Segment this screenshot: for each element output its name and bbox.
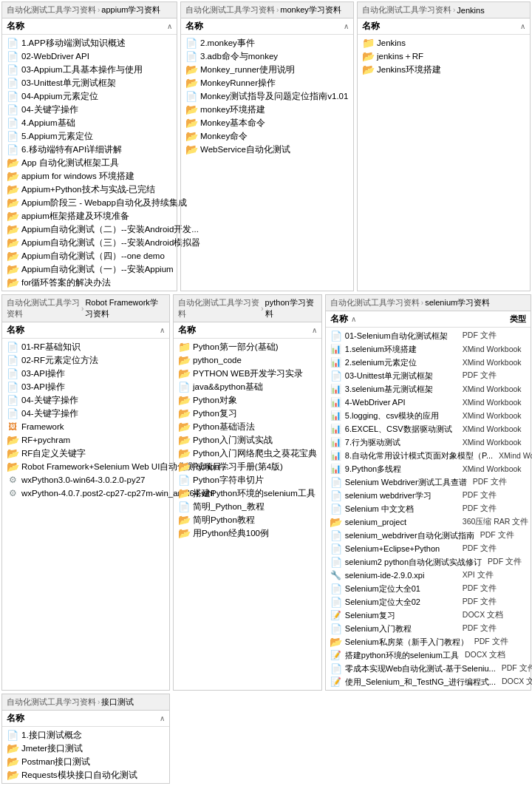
list-item[interactable]: 📂Appium自动化测试（三）--安装Android模拟器 xyxy=(2,236,177,249)
sort-icon[interactable]: ∧ xyxy=(351,315,356,323)
list-item[interactable]: 📄Selenium定位大全01PDF 文件 xyxy=(326,582,531,595)
list-item[interactable]: 📂Jenkins环境搭建 xyxy=(358,63,530,76)
list-item[interactable]: 📂Python基础语法 xyxy=(174,420,321,433)
list-item[interactable]: 📂用Python经典100例 xyxy=(174,526,321,540)
list-item[interactable]: 📄03-API操作 xyxy=(2,380,169,393)
sort-icon[interactable]: ∧ xyxy=(160,326,165,334)
list-item[interactable]: 📄java&&python基础 xyxy=(174,380,321,393)
list-item[interactable]: 📝Selenium复习DOCX 文档 xyxy=(326,609,531,622)
list-item[interactable]: 📄Selenium入门教程PDF 文件 xyxy=(326,622,531,635)
list-item[interactable]: 📂appium for windows 环境搭建 xyxy=(2,169,177,183)
list-item[interactable]: 📂Postman接口测试 xyxy=(2,755,169,768)
list-item[interactable]: 📂RF自定义关键字 xyxy=(2,447,169,460)
list-item[interactable]: 📂Python学习手册(第4版) xyxy=(174,460,321,473)
list-item[interactable]: 📊2.selenium元素定位XMind Workbook xyxy=(326,356,531,369)
list-item[interactable]: 📄selenium webdriver学习PDF 文件 xyxy=(326,489,531,502)
sort-icon[interactable]: ∧ xyxy=(312,326,317,334)
col-label: 名称 xyxy=(330,313,348,325)
list-item[interactable]: 📂Monkey基本命令 xyxy=(181,116,353,129)
list-item[interactable]: 🔧selenium-ide-2.9.0.xpiXPI 文件 xyxy=(326,569,531,582)
list-item[interactable]: 📊6.EXCEL、CSV数据驱动测试XMind Workbook xyxy=(326,422,531,436)
list-item[interactable]: ⚙wxPython3.0-win64-3.0.2.0-py27 xyxy=(2,473,169,487)
list-item[interactable]: 📄03-Unittest单元测试框架PDF 文件 xyxy=(326,369,531,382)
list-item[interactable]: 📁Python第一部分(基础) xyxy=(174,340,321,353)
list-item[interactable]: 📄selenium2 python自动化测试实战修订PDF 文件 xyxy=(326,555,531,569)
list-item[interactable]: 📁Jenkins xyxy=(358,36,530,50)
sort-icon[interactable]: ∧ xyxy=(167,22,172,30)
list-item[interactable]: 📂jenkins＋RF xyxy=(358,50,530,63)
list-item[interactable]: 📄1.接口测试概念 xyxy=(2,728,169,742)
sort-icon[interactable]: ∧ xyxy=(520,22,525,30)
list-item[interactable]: 📄03-API操作 xyxy=(2,367,169,380)
list-item[interactable]: 📊8.自动化常用设计模式页面对象模型（P...XMind Workbook xyxy=(326,449,531,462)
list-item[interactable]: 📊4-WebDriver APIXMind Workbook xyxy=(326,396,531,409)
list-item[interactable]: 📄零成本实现Web自动化测试-基于Seleniu...PDF 文件 xyxy=(326,662,531,675)
list-item[interactable]: 📊1.selenium环境搭建XMind Workbook xyxy=(326,342,531,356)
list-item[interactable]: 📂搭建Python环境的selenium工具 xyxy=(174,487,321,500)
list-item[interactable]: 📄6.移动端特有API详细讲解 xyxy=(2,143,177,156)
list-item[interactable]: 📂for循环答案的解决办法 xyxy=(2,276,177,289)
list-item[interactable]: 📂MonkeyRunner操作 xyxy=(181,76,353,89)
list-item[interactable]: 📂Appium阶段三 - Webapp自动化及持续集成 xyxy=(2,196,177,209)
list-item[interactable]: 📂RF+pychram xyxy=(2,433,169,447)
list-item[interactable]: 📂Python入门网络爬虫之葵花宝典 xyxy=(174,447,321,460)
list-item[interactable]: 📄01-RF基础知识 xyxy=(2,340,169,353)
list-item[interactable]: 📂Monkey命令 xyxy=(181,129,353,143)
list-item[interactable]: 📂Python对象 xyxy=(174,393,321,407)
list-item[interactable]: 📄Selenium 中文文档PDF 文件 xyxy=(326,502,531,515)
list-item[interactable]: 📄Selenium Webdriver测试工具查谱PDF 文件 xyxy=(326,475,531,489)
folder-icon: 📂 xyxy=(7,263,18,275)
sort-icon[interactable]: ∧ xyxy=(344,22,349,30)
list-item[interactable]: 📊3.selenium基元测试框架XMind Workbook xyxy=(326,382,531,396)
list-item[interactable]: 📄02-RF元素定位方法 xyxy=(2,353,169,367)
sort-icon[interactable]: ∧ xyxy=(160,714,165,722)
list-item[interactable]: 📂selenium_project360压缩 RAR 文件 xyxy=(326,515,531,529)
list-item[interactable]: 📄01-Selenium自动化测试框架PDF 文件 xyxy=(326,329,531,342)
list-item[interactable]: 📂Selenium私房菜（新手入门教程）PDF 文件 xyxy=(326,635,531,648)
list-item[interactable]: 📄Selenium+Eclipse+PythonPDF 文件 xyxy=(326,542,531,555)
list-item[interactable]: 📝搭建python环境的selenium工具DOCX 文档 xyxy=(326,648,531,662)
list-item[interactable]: 📄5.Appium元素定位 xyxy=(2,129,177,143)
list-item[interactable]: 📄简明_Python_教程 xyxy=(174,500,321,513)
list-item[interactable]: 📄Python字符串切片 xyxy=(174,473,321,487)
list-item[interactable]: 📄04-关键字操作 xyxy=(2,393,169,407)
list-item[interactable]: 📂Robot Framework+Selenium Web UI自动化测试项目.… xyxy=(2,460,169,473)
list-item[interactable]: 📄04-关键字操作 xyxy=(2,103,177,116)
list-item[interactable]: 📄1.APP移动端测试知识概述 xyxy=(2,36,177,50)
list-item[interactable]: 📄2.monkey事件 xyxy=(181,36,353,50)
list-item[interactable]: 📂appium框架搭建及环境准备 xyxy=(2,209,177,223)
list-item[interactable]: 📊5.logging、csv模块的应用XMind Workbook xyxy=(326,409,531,422)
list-item[interactable]: 📂PYTHON WEB开发学习实录 xyxy=(174,367,321,380)
list-item[interactable]: 📂Appium自动化测试（二）--安装Android开发... xyxy=(2,223,177,236)
list-item[interactable]: 📂python_code xyxy=(174,353,321,367)
list-item[interactable]: 📂Appium自动化测试（四）--one demo xyxy=(2,249,177,262)
list-item[interactable]: 📊7.行为驱动测试XMind Workbook xyxy=(326,436,531,449)
list-item[interactable]: 📄03-Appium工具基本操作与使用 xyxy=(2,63,177,76)
list-item[interactable]: 📄04-关键字操作 xyxy=(2,407,169,420)
list-item[interactable]: 📄4.Appium基础 xyxy=(2,116,177,129)
folder-icon: 📂 xyxy=(178,461,190,472)
list-item[interactable]: 📂简明Python教程 xyxy=(174,513,321,526)
list-item[interactable]: 📄04-Appium元素定位 xyxy=(2,89,177,103)
list-item[interactable]: 📝使用_Selenium_和_TestNG_进行编程式...DOCX 文档 xyxy=(326,675,531,688)
list-item[interactable]: 📄selenium_webdriver自动化测试指南PDF 文件 xyxy=(326,529,531,542)
list-item[interactable]: 📄Selenium定位大全02PDF 文件 xyxy=(326,595,531,609)
list-item[interactable]: 📄02-WebDriver API xyxy=(2,50,177,63)
list-item[interactable]: 📂Appium自动化测试（一）--安装Appium xyxy=(2,262,177,276)
list-item[interactable]: 📂App 自动化测试框架工具 xyxy=(2,156,177,169)
list-item[interactable]: 📂Requests模块接口自动化测试 xyxy=(2,768,169,782)
folder-icon: 📂 xyxy=(7,157,18,169)
list-item[interactable]: 📄03-Unittest单元测试框架 xyxy=(2,76,177,89)
list-item[interactable]: 📂Python入门测试实战 xyxy=(174,433,321,447)
list-item[interactable]: 📂WebService自动化测试 xyxy=(181,143,353,156)
list-item[interactable]: 📂Appium+Python技术与实战-已完结 xyxy=(2,183,177,196)
list-item[interactable]: 📊9.Python多线程XMind Workbook xyxy=(326,462,531,475)
list-item[interactable]: 📄Monkey测试指导及问题定位指南v1.01 xyxy=(181,89,353,103)
list-item[interactable]: 📄3.adb命令与monkey xyxy=(181,50,353,63)
list-item[interactable]: 🖼Framework xyxy=(2,420,169,433)
list-item[interactable]: ⚙wxPython-4.0.7.post2-cp27-cp27m-win_amd… xyxy=(2,487,169,500)
list-item[interactable]: 📂monkey环境搭建 xyxy=(181,103,353,116)
list-item[interactable]: 📂Jmeter接口测试 xyxy=(2,742,169,755)
list-item[interactable]: 📂Python复习 xyxy=(174,407,321,420)
list-item[interactable]: 📂Monkey_runner使用说明 xyxy=(181,63,353,76)
